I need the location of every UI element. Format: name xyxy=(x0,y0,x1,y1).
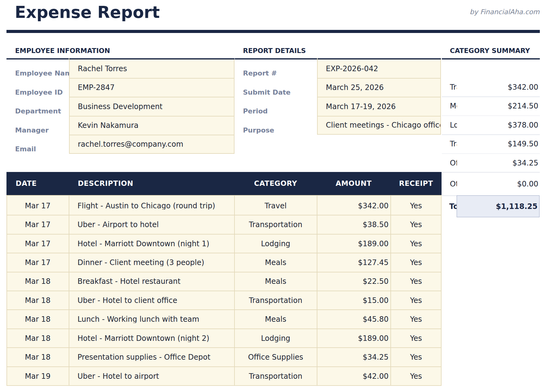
cell-receipt: Yes xyxy=(390,335,442,342)
cell-receipt: Yes xyxy=(390,202,442,210)
submit-date-field[interactable]: March 25, 2026 xyxy=(318,79,440,98)
header-divider xyxy=(6,30,540,33)
column-header-date: DATE xyxy=(6,180,69,187)
summary-total-label: Total xyxy=(442,195,457,217)
cell-amount: $127.45 xyxy=(317,259,390,266)
report-details-labels: Report # Submit Date Period Purpose xyxy=(243,59,291,135)
cell-category: Transportation xyxy=(234,221,317,228)
cell-date: Mar 18 xyxy=(6,297,69,304)
cell-category: Office Supplies xyxy=(234,353,317,361)
cell-description: Uber - Hotel to client office xyxy=(69,297,234,304)
expense-row[interactable]: Mar 17 Hotel - Marriott Downtown (night … xyxy=(6,235,442,253)
summary-other-amount: $0.00 xyxy=(457,173,540,196)
cell-amount: $45.80 xyxy=(317,316,390,323)
report-number-label: Report # xyxy=(243,59,291,78)
expense-row[interactable]: Mar 18 Uber - Hotel to client office Tra… xyxy=(6,291,442,310)
column-header-category: CATEGORY xyxy=(234,180,317,187)
page-title: Expense Report xyxy=(15,4,160,20)
cell-category: Meals xyxy=(234,278,317,285)
summary-lodging-label: Lodging xyxy=(442,116,457,135)
expense-table-header: DATE DESCRIPTION CATEGORY AMOUNT RECEIPT xyxy=(6,172,442,195)
employee-information-labels: Employee Name Employee ID Department Man… xyxy=(15,59,76,154)
cell-description: Hotel - Marriott Downtown (night 1) xyxy=(69,240,234,247)
cell-date: Mar 17 xyxy=(6,259,69,266)
summary-office-supplies-amount: $34.25 xyxy=(457,153,540,173)
cell-description: Flight - Austin to Chicago (round trip) xyxy=(69,202,234,210)
cell-amount: $22.50 xyxy=(317,278,390,285)
email-label: Email xyxy=(15,135,76,154)
report-details-heading: REPORT DETAILS xyxy=(243,47,306,54)
expense-row[interactable]: Mar 18 Breakfast - Hotel restaurant Meal… xyxy=(6,272,442,291)
cell-receipt: Yes xyxy=(390,278,442,285)
expense-row[interactable]: Mar 18 Presentation supplies - Office De… xyxy=(6,348,442,367)
employee-information-heading: EMPLOYEE INFORMATION xyxy=(15,47,110,54)
cell-category: Meals xyxy=(234,259,317,266)
summary-transportation-amount: $149.50 xyxy=(457,135,540,154)
expense-row[interactable]: Mar 19 Uber - Hotel to airport Transport… xyxy=(6,367,442,386)
cell-date: Mar 19 xyxy=(6,373,69,380)
summary-office-supplies-label: Office Supplies xyxy=(442,153,457,173)
summary-transportation-label: Transportation xyxy=(442,135,457,154)
cell-receipt: Yes xyxy=(390,221,442,228)
report-details-fields: EXP-2026-042 March 25, 2026 March 17-19,… xyxy=(317,59,441,135)
column-header-receipt: RECEIPT xyxy=(390,180,442,187)
cell-amount: $189.00 xyxy=(317,240,390,247)
period-field[interactable]: March 17-19, 2026 xyxy=(318,97,440,116)
cell-date: Mar 17 xyxy=(6,240,69,247)
category-summary-rule xyxy=(442,58,540,59)
expense-row[interactable]: Mar 17 Dinner - Client meeting (3 people… xyxy=(6,253,442,272)
cell-receipt: Yes xyxy=(390,259,442,266)
cell-date: Mar 17 xyxy=(6,221,69,228)
cell-amount: $34.25 xyxy=(317,353,390,361)
summary-total-amount: $1,118.25 xyxy=(457,195,540,217)
column-header-description: DESCRIPTION xyxy=(69,180,234,187)
employee-id-field[interactable]: EMP-2847 xyxy=(70,79,234,98)
summary-meals-label: Meals xyxy=(442,97,457,116)
summary-lodging-amount: $378.00 xyxy=(457,116,540,135)
manager-label: Manager xyxy=(15,116,76,135)
cell-category: Transportation xyxy=(234,373,317,380)
department-field[interactable]: Business Development xyxy=(70,97,234,116)
cell-date: Mar 18 xyxy=(6,278,69,285)
summary-meals-amount: $214.50 xyxy=(457,97,540,116)
cell-category: Lodging xyxy=(234,240,317,247)
column-header-amount: AMOUNT xyxy=(317,180,390,187)
cell-amount: $38.50 xyxy=(317,221,390,228)
cell-date: Mar 18 xyxy=(6,316,69,323)
expense-report-page: Expense Report by FinancialAha.com EMPLO… xyxy=(0,0,546,392)
cell-date: Mar 17 xyxy=(6,202,69,210)
purpose-label: Purpose xyxy=(243,116,291,135)
employee-name-field[interactable]: Rachel Torres xyxy=(70,59,234,79)
cell-receipt: Yes xyxy=(390,353,442,361)
cell-description: Hotel - Marriott Downtown (night 2) xyxy=(69,335,234,342)
cell-receipt: Yes xyxy=(390,240,442,247)
cell-category: Travel xyxy=(234,202,317,210)
expense-row[interactable]: Mar 17 Uber - Airport to hotel Transport… xyxy=(6,215,442,234)
category-summary-heading: CATEGORY SUMMARY xyxy=(450,47,530,54)
department-label: Department xyxy=(15,97,76,116)
submit-date-label: Submit Date xyxy=(243,78,291,97)
cell-category: Lodging xyxy=(234,335,317,342)
employee-information-fields: Rachel Torres EMP-2847 Business Developm… xyxy=(69,59,234,154)
period-label: Period xyxy=(243,97,291,116)
report-number-field[interactable]: EXP-2026-042 xyxy=(318,59,440,79)
cell-description: Uber - Airport to hotel xyxy=(69,221,234,228)
expense-row[interactable]: Mar 18 Hotel - Marriott Downtown (night … xyxy=(6,329,442,348)
summary-other-label: Other xyxy=(442,173,457,196)
email-field[interactable]: rachel.torres@company.com xyxy=(70,135,234,153)
cell-category: Transportation xyxy=(234,297,317,304)
expense-row[interactable]: Mar 18 Lunch - Working lunch with team M… xyxy=(6,310,442,329)
cell-category: Meals xyxy=(234,316,317,323)
summary-travel-amount: $342.00 xyxy=(457,78,540,97)
cell-receipt: Yes xyxy=(390,297,442,304)
cell-description: Presentation supplies - Office Depot xyxy=(69,353,234,361)
employee-id-label: Employee ID xyxy=(15,78,76,97)
employee-name-label: Employee Name xyxy=(15,59,76,78)
purpose-field[interactable]: Client meetings - Chicago office xyxy=(318,116,440,134)
cell-description: Breakfast - Hotel restaurant xyxy=(69,278,234,285)
cell-description: Uber - Hotel to airport xyxy=(69,373,234,380)
cell-amount: $342.00 xyxy=(317,202,390,210)
cell-description: Dinner - Client meeting (3 people) xyxy=(69,259,234,266)
manager-field[interactable]: Kevin Nakamura xyxy=(70,116,234,136)
expense-row[interactable]: Mar 17 Flight - Austin to Chicago (round… xyxy=(6,197,442,215)
